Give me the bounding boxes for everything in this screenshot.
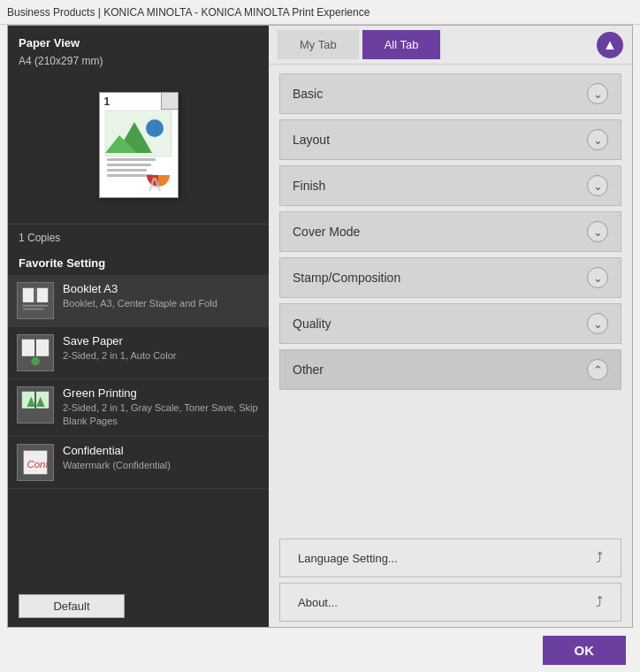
svg-rect-7 xyxy=(107,174,153,177)
svg-rect-16 xyxy=(22,340,34,356)
accordion-item-label: Stamp/Composition xyxy=(293,271,400,285)
chevron-down-icon: ⌄ xyxy=(587,267,608,288)
favorite-title: Favorite Setting xyxy=(8,248,269,275)
paper-view-section: Paper View A4 (210x297 mm) 1 xyxy=(8,26,269,225)
accordion-item-basic[interactable]: Basic⌄ xyxy=(279,73,621,114)
svg-text:Conf.: Conf. xyxy=(27,458,51,469)
tab-all-tab[interactable]: All Tab xyxy=(362,30,441,59)
favorite-item-icon xyxy=(17,334,54,371)
svg-rect-10 xyxy=(23,288,34,302)
accordion-item-label: Cover Mode xyxy=(293,225,360,239)
favorite-section: Favorite Setting Booklet A3Booklet, A3, … xyxy=(8,248,269,585)
default-btn-container: Default xyxy=(8,585,269,627)
accordion-item-quality[interactable]: Quality⌄ xyxy=(279,303,621,344)
accordion-item-label: Layout xyxy=(293,133,330,147)
favorite-item-text-block: Booklet A3Booklet, A3, Center Staple and… xyxy=(63,282,260,310)
favorite-item-text-block: Save Paper2-Sided, 2 in 1, Auto Color xyxy=(63,334,260,363)
paper-number: 1 xyxy=(104,95,110,108)
accordion-item-label: Finish xyxy=(293,179,325,193)
favorite-item[interactable]: Save Paper2-Sided, 2 in 1, Auto Color xyxy=(8,327,269,379)
paper-doc: 1 xyxy=(99,92,179,198)
bottom-bar: OK xyxy=(0,628,640,672)
chevron-down-icon: ⌄ xyxy=(587,83,608,104)
svg-rect-4 xyxy=(107,158,156,161)
favorite-item-icon xyxy=(17,282,54,319)
svg-rect-13 xyxy=(23,305,49,307)
favorite-item[interactable]: Conf.ConfidentialWatermark (Confidential… xyxy=(8,437,269,489)
title-bar: Business Products | KONICA MINOLTA - KON… xyxy=(0,0,640,25)
chevron-down-icon: ⌄ xyxy=(587,221,608,242)
svg-text:A: A xyxy=(148,173,162,193)
favorite-item-description: 2-Sided, 2 in 1, Auto Color xyxy=(63,349,260,363)
svg-point-2 xyxy=(146,119,164,137)
favorite-item-text-block: ConfidentialWatermark (Confidential) xyxy=(63,444,260,472)
tab-scroll-up-button[interactable]: ▲ xyxy=(597,32,623,58)
chevron-up-icon: ⌃ xyxy=(587,359,608,380)
favorite-item-description: 2-Sided, 2 in 1, Gray Scale, Toner Save,… xyxy=(63,401,260,429)
right-panel: My TabAll Tab▲ Basic⌄Layout⌄Finish⌄Cover… xyxy=(269,26,632,627)
action-button-about---[interactable]: About...⤴ xyxy=(279,583,621,622)
action-buttons-container: Language Setting...⤴About...⤴ xyxy=(269,530,632,627)
paper-svg: A xyxy=(103,109,176,193)
paper-preview: 1 xyxy=(19,76,258,213)
chevron-down-icon: ⌄ xyxy=(587,175,608,196)
left-panel: Paper View A4 (210x297 mm) 1 xyxy=(8,26,269,627)
svg-rect-5 xyxy=(107,164,151,166)
accordion-item-label: Basic xyxy=(293,87,323,101)
favorite-item-name: Save Paper xyxy=(63,334,260,347)
action-button-language-setting---[interactable]: Language Setting...⤴ xyxy=(279,538,621,577)
paper-size-label: A4 (210x297 mm) xyxy=(19,55,258,67)
svg-rect-11 xyxy=(37,288,48,302)
external-link-icon: ⤴ xyxy=(596,550,603,566)
title-text: Business Products | KONICA MINOLTA - KON… xyxy=(7,6,370,19)
favorite-item-description: Booklet, A3, Center Staple and Fold xyxy=(63,297,260,310)
tab-my-tab[interactable]: My Tab xyxy=(278,30,359,59)
favorite-list: Booklet A3Booklet, A3, Center Staple and… xyxy=(8,275,269,585)
favorite-item-icon: Conf. xyxy=(17,444,54,481)
favorite-item[interactable]: Green Printing2-Sided, 2 in 1, Gray Scal… xyxy=(8,379,269,437)
external-link-icon: ⤴ xyxy=(596,594,603,610)
favorite-item-icon xyxy=(17,386,54,424)
tab-bar: My TabAll Tab▲ xyxy=(269,26,632,65)
ok-button[interactable]: OK xyxy=(543,636,627,665)
favorite-item-name: Green Printing xyxy=(63,386,260,400)
accordion-item-stamp-composition[interactable]: Stamp/Composition⌄ xyxy=(279,257,621,298)
action-button-label: About... xyxy=(298,596,338,609)
accordion-item-other[interactable]: Other⌃ xyxy=(279,349,621,390)
svg-rect-6 xyxy=(107,169,147,172)
chevron-down-icon: ⌄ xyxy=(587,129,608,150)
favorite-item-name: Confidential xyxy=(63,444,260,457)
chevron-down-icon: ⌄ xyxy=(587,313,608,334)
default-button[interactable]: Default xyxy=(19,594,125,618)
favorite-item-name: Booklet A3 xyxy=(63,282,260,295)
paper-view-title: Paper View xyxy=(19,36,258,50)
accordion-item-label: Other xyxy=(293,363,324,377)
action-button-label: Language Setting... xyxy=(298,552,398,565)
svg-point-18 xyxy=(31,357,40,366)
favorite-item-text-block: Green Printing2-Sided, 2 in 1, Gray Scal… xyxy=(63,386,260,429)
copies-label: 1 Copies xyxy=(8,225,269,248)
favorite-item-description: Watermark (Confidential) xyxy=(63,459,260,472)
accordion-item-cover-mode[interactable]: Cover Mode⌄ xyxy=(279,211,621,252)
accordion-item-layout[interactable]: Layout⌄ xyxy=(279,119,621,160)
svg-rect-17 xyxy=(36,340,49,356)
accordion-list: Basic⌄Layout⌄Finish⌄Cover Mode⌄Stamp/Com… xyxy=(269,65,632,530)
favorite-item[interactable]: Booklet A3Booklet, A3, Center Staple and… xyxy=(8,275,269,327)
svg-rect-14 xyxy=(23,309,44,310)
main-container: Paper View A4 (210x297 mm) 1 xyxy=(7,25,633,628)
accordion-item-finish[interactable]: Finish⌄ xyxy=(279,165,621,206)
accordion-item-label: Quality xyxy=(293,317,331,331)
